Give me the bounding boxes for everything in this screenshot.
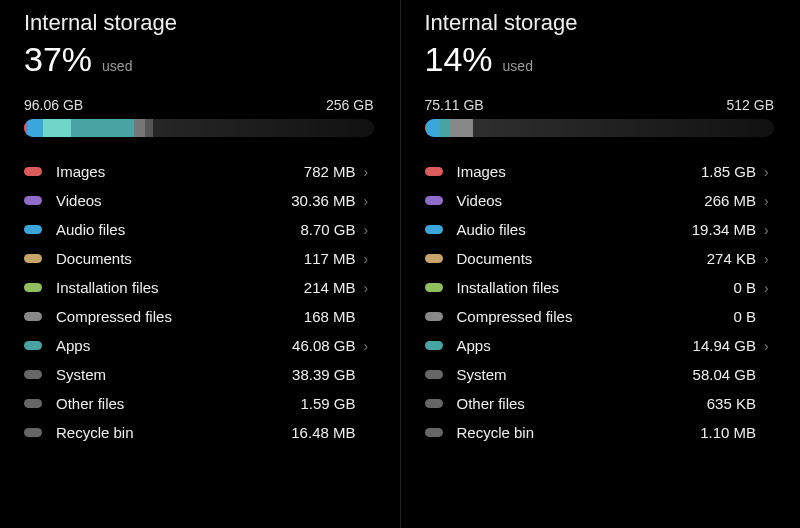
chevron-right-icon: › (364, 194, 374, 208)
category-color-icon (24, 283, 42, 292)
category-size: 0 B (733, 279, 756, 296)
total-size: 512 GB (727, 97, 774, 113)
category-name: Compressed files (56, 308, 304, 325)
storage-bar-segment (440, 119, 450, 137)
page-title: Internal storage (24, 10, 374, 36)
category-size: 46.08 GB (292, 337, 355, 354)
category-row[interactable]: Installation files0 B› (425, 273, 775, 302)
category-color-icon (425, 196, 443, 205)
category-color-icon (425, 225, 443, 234)
category-name: Videos (56, 192, 291, 209)
category-name: Other files (56, 395, 300, 412)
category-list: Images782 MB›Videos30.36 MB›Audio files8… (24, 157, 374, 447)
page-title: Internal storage (425, 10, 775, 36)
category-row[interactable]: Apps14.94 GB› (425, 331, 775, 360)
category-size: 117 MB (304, 250, 356, 267)
category-row[interactable]: Documents274 KB› (425, 244, 775, 273)
category-color-icon (24, 196, 42, 205)
category-name: Recycle bin (457, 424, 701, 441)
category-size: 38.39 GB (292, 366, 355, 383)
storage-bar-segment (450, 119, 473, 137)
category-row[interactable]: Documents117 MB› (24, 244, 374, 273)
usage-label: used (102, 58, 132, 74)
category-name: Other files (457, 395, 707, 412)
category-size: 1.85 GB (701, 163, 756, 180)
category-color-icon (24, 428, 42, 437)
category-name: Videos (457, 192, 705, 209)
category-row[interactable]: Audio files19.34 MB› (425, 215, 775, 244)
category-color-icon (24, 341, 42, 350)
storage-bar-segment (426, 119, 440, 137)
usage-summary: 14% used (425, 40, 775, 79)
category-name: Audio files (457, 221, 692, 238)
category-row[interactable]: Videos30.36 MB› (24, 186, 374, 215)
category-row[interactable]: Audio files8.70 GB› (24, 215, 374, 244)
category-name: Recycle bin (56, 424, 291, 441)
category-size: 168 MB (304, 308, 356, 325)
category-name: Documents (457, 250, 707, 267)
usage-label: used (503, 58, 533, 74)
usage-percent: 14% (425, 40, 493, 79)
category-size: 0 B (733, 308, 756, 325)
category-size: 14.94 GB (693, 337, 756, 354)
chevron-right-icon: › (764, 252, 774, 266)
category-row[interactable]: Apps46.08 GB› (24, 331, 374, 360)
category-size: 8.70 GB (300, 221, 355, 238)
storage-panel-right: Internal storage 14% used 75.11 GB 512 G… (400, 0, 801, 528)
category-row[interactable]: Images782 MB› (24, 157, 374, 186)
chevron-right-icon: › (364, 339, 374, 353)
category-row: Recycle bin1.10 MB› (425, 418, 775, 447)
category-name: Documents (56, 250, 304, 267)
category-row: Compressed files0 B› (425, 302, 775, 331)
category-row: Other files635 KB› (425, 389, 775, 418)
category-size: 635 KB (707, 395, 756, 412)
storage-bar-segment (43, 119, 71, 137)
chevron-right-icon: › (364, 252, 374, 266)
category-size: 274 KB (707, 250, 756, 267)
category-row: Compressed files168 MB› (24, 302, 374, 331)
category-color-icon (425, 167, 443, 176)
category-name: Apps (457, 337, 693, 354)
chevron-right-icon: › (764, 223, 774, 237)
category-size: 16.48 MB (291, 424, 355, 441)
category-name: Images (56, 163, 304, 180)
category-row: Other files1.59 GB› (24, 389, 374, 418)
usage-summary: 37% used (24, 40, 374, 79)
category-size: 266 MB (704, 192, 756, 209)
category-color-icon (425, 312, 443, 321)
capacity-row: 75.11 GB 512 GB (425, 97, 775, 113)
category-row: System38.39 GB› (24, 360, 374, 389)
category-size: 782 MB (304, 163, 356, 180)
category-size: 30.36 MB (291, 192, 355, 209)
usage-percent: 37% (24, 40, 92, 79)
category-row[interactable]: Videos266 MB› (425, 186, 775, 215)
category-color-icon (425, 428, 443, 437)
chevron-right-icon: › (764, 281, 774, 295)
category-name: Compressed files (457, 308, 734, 325)
category-color-icon (425, 399, 443, 408)
category-name: Audio files (56, 221, 300, 238)
chevron-right-icon: › (364, 281, 374, 295)
category-name: System (56, 366, 292, 383)
category-name: System (457, 366, 693, 383)
chevron-right-icon: › (764, 194, 774, 208)
category-size: 58.04 GB (693, 366, 756, 383)
category-list: Images1.85 GB›Videos266 MB›Audio files19… (425, 157, 775, 447)
category-size: 214 MB (304, 279, 356, 296)
category-row: Recycle bin16.48 MB› (24, 418, 374, 447)
category-color-icon (24, 399, 42, 408)
chevron-right-icon: › (764, 339, 774, 353)
storage-bar-segment (27, 119, 43, 137)
storage-panel-left: Internal storage 37% used 96.06 GB 256 G… (0, 0, 400, 528)
storage-bar (24, 119, 374, 137)
category-color-icon (24, 370, 42, 379)
category-row[interactable]: Images1.85 GB› (425, 157, 775, 186)
category-color-icon (425, 254, 443, 263)
category-size: 19.34 MB (692, 221, 756, 238)
category-row[interactable]: Installation files214 MB› (24, 273, 374, 302)
capacity-row: 96.06 GB 256 GB (24, 97, 374, 113)
category-name: Apps (56, 337, 292, 354)
category-color-icon (24, 254, 42, 263)
used-size: 75.11 GB (425, 97, 484, 113)
storage-bar-segment (134, 119, 144, 137)
